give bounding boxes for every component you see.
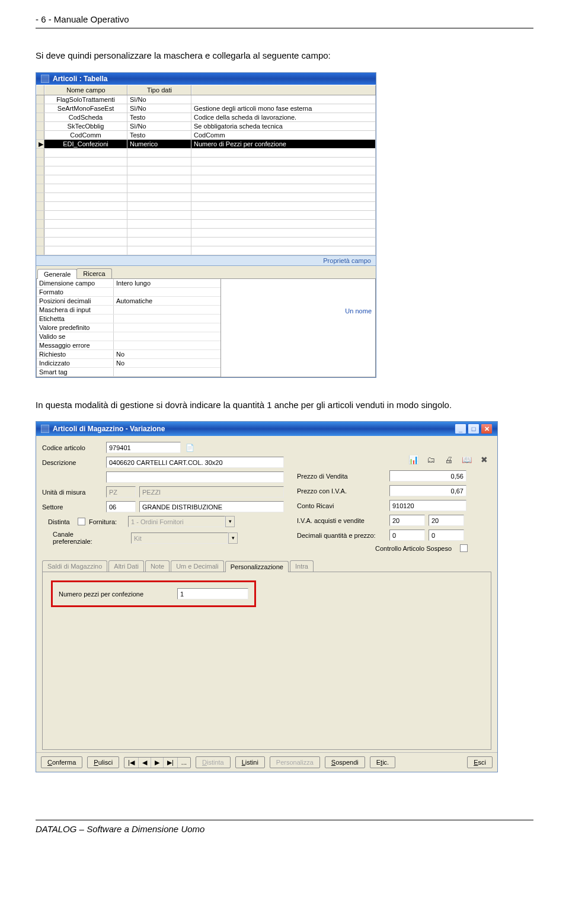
prezzo-iva-input[interactable]: 0,67 [389, 485, 466, 496]
table-row[interactable] [36, 246, 376, 255]
prezzo-vendita-input[interactable]: 0,56 [389, 470, 466, 482]
tab-note[interactable]: Note [145, 560, 170, 572]
nav-first[interactable]: |◀ [124, 758, 139, 768]
etic-button[interactable]: Etic. [370, 756, 395, 768]
tab-panel-personalizzazione: Numero pezzi per confezione 1 [42, 572, 491, 750]
tab-saldi-di-magazzino[interactable]: Saldi di Magazzino [42, 560, 107, 572]
col-tipo-dati[interactable]: Tipo dati [127, 85, 191, 95]
property-row[interactable]: IndicizzatoNo [37, 359, 220, 368]
title-text: Articoli di Magazzino - Variazione [53, 425, 165, 433]
table-row[interactable] [36, 158, 376, 166]
table-row[interactable] [36, 238, 376, 246]
card-icon[interactable]: 🗂 [425, 454, 437, 466]
personalizza-button[interactable]: Personalizza [270, 756, 320, 768]
grid-body[interactable]: FlagSoloTrattamentiSì/NoSeArtMonoFaseEst… [36, 95, 376, 255]
controllo-label: Controllo Articolo Sospeso [375, 545, 452, 552]
table-row[interactable] [36, 184, 376, 193]
property-row[interactable]: Posizioni decimaliAutomatiche [37, 297, 220, 306]
table-row[interactable] [36, 193, 376, 202]
property-row[interactable]: Dimensione campoIntero lungo [37, 279, 220, 288]
conto-input[interactable]: 910120 [389, 500, 466, 511]
table-row[interactable] [36, 229, 376, 238]
num-pezzi-label: Numero pezzi per confezione [59, 591, 171, 598]
property-list[interactable]: Dimensione campoIntero lungoFormatoPosiz… [37, 279, 220, 377]
tab-ricerca[interactable]: Ricerca [76, 268, 111, 278]
copy-icon[interactable]: 📄 [184, 442, 195, 453]
descr2-input[interactable] [106, 471, 284, 483]
fornitura-combo[interactable]: 1 - Ordini Fornitori [128, 516, 225, 527]
table-row[interactable] [36, 175, 376, 184]
property-row[interactable]: Valore predefinito [37, 323, 220, 332]
controllo-checkbox[interactable] [460, 544, 468, 552]
table-row[interactable] [36, 220, 376, 229]
settore-code-input[interactable]: 06 [106, 501, 136, 512]
chevron-down-icon[interactable]: ▾ [228, 532, 238, 544]
tabs-row: Saldi di MagazzinoAltri DatiNoteUm e Dec… [42, 560, 491, 572]
nav-last[interactable]: ▶| [164, 758, 178, 768]
titlebar[interactable]: Articoli di Magazzino - Variazione _ □ ✕ [36, 422, 497, 436]
property-row[interactable]: RichiestoNo [37, 350, 220, 359]
dec-q-input[interactable]: 0 [389, 530, 425, 541]
canale-combo[interactable]: Kit [131, 532, 228, 544]
property-row[interactable]: Etichetta [37, 315, 220, 323]
fornitura-label: Fornitura: [89, 518, 124, 525]
header-rule [36, 28, 533, 28]
nav-next[interactable]: ▶ [151, 758, 164, 768]
table-row[interactable]: ▶EDI_ConfezioniNumericoNumero di Pezzi p… [36, 140, 376, 149]
distinta-button[interactable]: Distinta [196, 756, 231, 768]
conferma-button[interactable]: Conferma [41, 756, 82, 768]
page-footer: DATALOG – Software a Dimensione Uomo [36, 820, 533, 834]
table-row[interactable] [36, 202, 376, 211]
esci-button[interactable]: Esci [467, 756, 493, 768]
nav-more[interactable]: ... [178, 758, 190, 768]
maximize-button[interactable]: □ [468, 424, 480, 434]
property-row[interactable]: Valido se [37, 332, 220, 341]
codice-input[interactable]: 979401 [106, 442, 181, 453]
sospendi-button[interactable]: Sospendi [325, 756, 365, 768]
col-nome-campo[interactable]: Nome campo [44, 85, 127, 95]
property-row[interactable]: Formato [37, 288, 220, 297]
um-code-input[interactable]: PZ [106, 486, 136, 498]
descr-input[interactable]: 0406620 CARTELLI CART.COL. 30x20 [106, 457, 284, 468]
table-row[interactable]: CodSchedaTestoCodice della scheda di lav… [36, 113, 376, 122]
tab-generale[interactable]: Generale [37, 269, 77, 279]
table-row[interactable]: CodCommTestoCodComm [36, 131, 376, 140]
property-row[interactable]: Messaggio errore [37, 341, 220, 350]
titlebar[interactable]: Articoli : Tabella [36, 73, 376, 85]
minimize-button[interactable]: _ [455, 424, 466, 434]
tab-altri-dati[interactable]: Altri Dati [108, 560, 144, 572]
nav-prev[interactable]: ◀ [139, 758, 151, 768]
chevron-down-icon[interactable]: ▾ [225, 516, 235, 527]
record-navigator[interactable]: |◀ ◀ ▶ ▶| ... [124, 757, 191, 768]
book-icon[interactable]: 📖 [461, 454, 472, 466]
form-icon [41, 425, 49, 433]
prezzo-iva-label: Prezzo con I.V.A. [297, 487, 386, 495]
close-button[interactable]: ✕ [481, 424, 493, 434]
table-row[interactable] [36, 149, 376, 158]
mid-text: In questa modalità di gestione si dovrà … [36, 399, 533, 411]
tab-intra[interactable]: Intra [290, 560, 314, 572]
settore-desc-input[interactable]: GRANDE DISTRIBUZIONE [139, 501, 284, 512]
pulisci-button[interactable]: Pulisci [87, 756, 119, 768]
dec-p-input[interactable]: 0 [429, 530, 464, 541]
tab-personalizzazione[interactable]: Personalizzazione [225, 561, 289, 572]
chart-icon[interactable]: 📊 [407, 454, 419, 466]
col-descrizione[interactable] [191, 85, 376, 95]
distinta-checkbox[interactable] [78, 518, 85, 525]
num-pezzi-input[interactable]: 1 [177, 588, 248, 599]
property-row[interactable]: Smart tag [37, 368, 220, 377]
table-row[interactable] [36, 211, 376, 220]
table-row[interactable]: SeArtMonoFaseEstSì/NoGestione degli arti… [36, 104, 376, 113]
iva-acq-input[interactable]: 20 [389, 515, 425, 526]
table-row[interactable] [36, 166, 376, 175]
close-x-icon[interactable]: ✖ [478, 454, 490, 466]
listini-button[interactable]: Listini [235, 756, 265, 768]
printer-icon[interactable]: 🖨 [443, 454, 455, 466]
iva-vend-input[interactable]: 20 [429, 515, 464, 526]
um-desc-input[interactable]: PEZZI [139, 486, 284, 498]
property-row[interactable]: Maschera di input [37, 306, 220, 315]
table-row[interactable]: FlagSoloTrattamentiSì/No [36, 95, 376, 104]
table-row[interactable]: SkTecObbligSì/NoSe obbligatoria scheda t… [36, 122, 376, 131]
um-label: Unità di misura [42, 489, 103, 496]
tab-um-e-decimali[interactable]: Um e Decimali [171, 560, 224, 572]
